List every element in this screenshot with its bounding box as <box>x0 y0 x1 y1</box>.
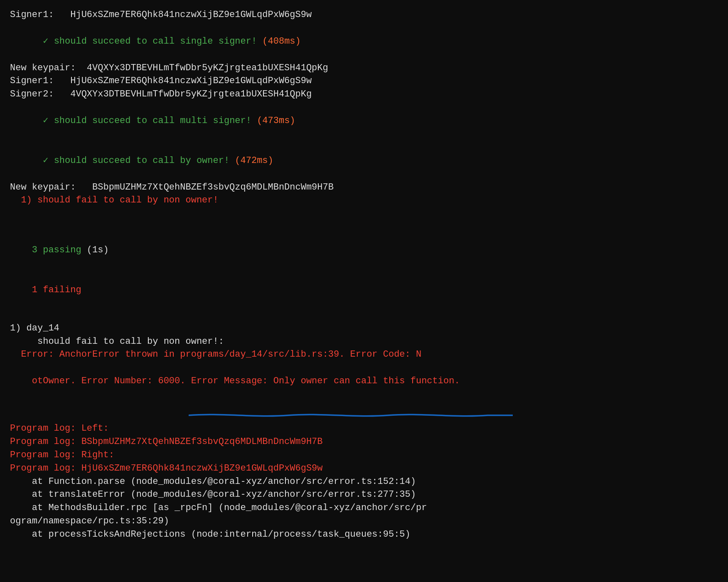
prog-log-left-value: Program log: BSbpmUZHMz7XtQehNBZEf3sbvQz… <box>10 435 718 449</box>
new-keypair-1-line: New keypair: 4VQXYx3DTBEVHLmTfwDbr5yKZjr… <box>10 62 718 75</box>
prog-log-right-value: Program log: HjU6xSZme7ER6Qhk841nczwXijB… <box>10 462 718 475</box>
error-line1: Error: AnchorError thrown in programs/da… <box>10 348 718 361</box>
failure-desc-line: should fail to call by non owner!: <box>10 335 718 348</box>
error-line2-text: otOwner. Error Number: 6000. Error Messa… <box>32 376 460 386</box>
summary-passing-line: 3 passing (1s) <box>10 230 718 270</box>
pass-single-text: ✓ should succeed to call single signer! <box>32 36 263 47</box>
failure-number-line: 1) day_14 <box>10 322 718 335</box>
pass-single-line: ✓ should succeed to call single signer! … <box>10 22 718 62</box>
prog-log-left-label: Program log: Left: <box>10 422 718 435</box>
summary-failing-line: 1 failing <box>10 270 718 310</box>
pass-owner-text: ✓ should succeed to call by owner! <box>32 155 235 166</box>
fail-non-owner-line: 1) should fail to call by non owner! <box>10 194 718 207</box>
stack-4: ogram/namespace/rpc.ts:35:29) <box>10 515 718 528</box>
passing-time: (1s) <box>81 245 109 255</box>
new-keypair-2-line: New keypair: BSbpmUZHMz7XtQehNBZEf3sbvQz… <box>10 181 718 194</box>
pass-multi-text: ✓ should succeed to call multi signer! <box>32 116 257 126</box>
gap4 <box>10 414 718 422</box>
passing-count: 3 <box>32 245 37 255</box>
gap3 <box>10 310 718 322</box>
terminal-output: Signer1: HjU6xSZme7ER6Qhk841nczwXijBZ9e1… <box>10 8 718 541</box>
signer1-line1: Signer1: HjU6xSZme7ER6Qhk841nczwXijBZ9e1… <box>10 8 718 22</box>
pass-owner-line: ✓ should succeed to call by owner! (472m… <box>10 141 718 181</box>
gap2 <box>10 219 718 230</box>
signer2-line1: Signer2: 4VQXYx3DTBEVHLmTfwDbr5yKZjrgtea… <box>10 88 718 101</box>
stack-5: at processTicksAndRejections (node:inter… <box>10 528 718 541</box>
failing-label: failing <box>37 285 81 295</box>
pass-owner-time: (472ms) <box>235 155 273 166</box>
stack-1: at Function.parse (node_modules/@coral-x… <box>10 475 718 488</box>
error-line2-container: otOwner. Error Number: 6000. Error Messa… <box>10 361 718 414</box>
prog-log-right-label: Program log: Right: <box>10 449 718 462</box>
stack-3: at MethodsBuilder.rpc [as _rpcFn] (node_… <box>10 501 718 515</box>
pass-single-time: (408ms) <box>262 36 300 47</box>
signer1-line2: Signer1: HjU6xSZme7ER6Qhk841nczwXijBZ9e1… <box>10 74 718 88</box>
stack-2: at translateError (node_modules/@coral-x… <box>10 488 718 501</box>
failing-count: 1 <box>32 285 37 295</box>
gap1 <box>10 207 718 219</box>
passing-label: passing <box>37 245 81 255</box>
pass-multi-time: (473ms) <box>257 116 295 126</box>
pass-multi-line: ✓ should succeed to call multi signer! (… <box>10 101 718 141</box>
